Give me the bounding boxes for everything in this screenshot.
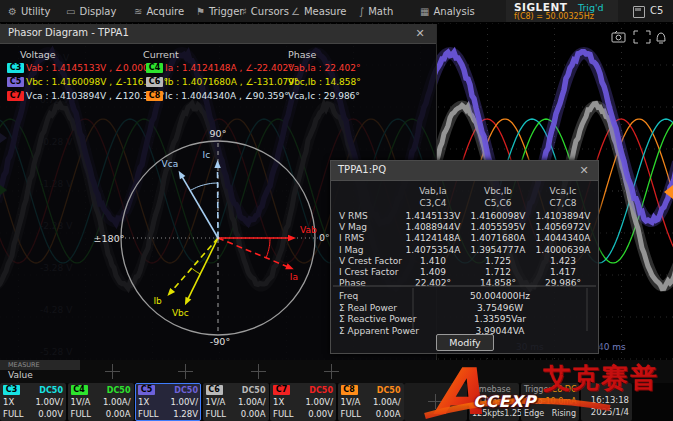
top-menu-bar: ⚙Utility▭Display≋Acquire⚑Trigger♯Cursors… [0, 0, 673, 23]
svg-text:1.712: 1.712 [485, 267, 511, 277]
coupling-label: DC50 [174, 386, 198, 395]
add-measure-slot[interactable] [324, 364, 339, 379]
coupling-label: DC50 [242, 386, 266, 395]
clock-box: 16:13:18 2025/1/4 [581, 383, 632, 421]
math-icon: ∫ [359, 6, 364, 17]
menu-item-cursors[interactable]: ♯Cursors [242, 0, 289, 22]
phasor-vector-Ia [218, 238, 288, 267]
svg-text:V RMS: V RMS [339, 211, 368, 221]
measure-value-label: Value [8, 370, 33, 380]
phasor-vector-Vca [182, 176, 218, 238]
channel-badge: C3 [3, 385, 20, 395]
plus-icon [428, 394, 443, 409]
add-measure-slot[interactable] [178, 364, 193, 379]
menu-label: Cursors [251, 6, 289, 17]
svg-text:Σ Real Power: Σ Real Power [339, 303, 397, 313]
channel-box-c8[interactable]: C8DC501V/A1.00A/FULL0.00A [338, 383, 404, 421]
svg-text:29.986°: 29.986° [545, 278, 581, 288]
add-measure-slot[interactable] [105, 364, 120, 379]
menu-item-math[interactable]: ∫Math [359, 0, 393, 22]
svg-text:1.4103894V: 1.4103894V [536, 211, 592, 221]
svg-text:Vbc,Ib: Vbc,Ib [484, 186, 512, 196]
oscilloscope-screen: 1.72 V0.72 V-0.28 V-1.28 V-2.28 V-3.28 V… [0, 0, 673, 421]
coupling-label: DC50 [377, 386, 401, 395]
fullscreen-icon [646, 31, 650, 35]
probe-label: 1V/A [71, 396, 91, 408]
menu-item-utility[interactable]: ⚙Utility [8, 0, 50, 22]
frequency-counter: f(C8) = 50.00325Hz [514, 12, 594, 21]
svg-text:1.4044340A: 1.4044340A [536, 233, 592, 243]
close-icon[interactable]: ✕ [412, 27, 428, 40]
scale-label: 1.00A/ [373, 396, 401, 408]
svg-text:1.725: 1.725 [485, 256, 511, 266]
svg-text:Σ Reactive Power: Σ Reactive Power [339, 314, 417, 324]
trigger-slope: Rising [552, 408, 576, 420]
phasor-panel-title: Phasor Diagram - TPPA1 [8, 27, 129, 38]
svg-text:Ib: Ib [153, 296, 162, 306]
probe-label: 1V/A [341, 396, 361, 408]
svg-text:C7,C8: C7,C8 [550, 198, 577, 208]
active-channel-label[interactable]: C5 [650, 5, 663, 16]
svg-text:1.33595Var: 1.33595Var [474, 314, 526, 324]
menu-label: Analysis [433, 6, 474, 17]
coupling-label: DC50 [107, 386, 131, 395]
svg-text:1.417: 1.417 [550, 267, 576, 277]
fullscreen-icon [634, 39, 638, 43]
channel-box-c5[interactable]: C5DC501X1.00V/FULL1.28V [135, 383, 201, 421]
menu-label: Math [368, 6, 393, 17]
cursors-icon: ♯ [242, 6, 247, 17]
svg-text:1.4160098V: 1.4160098V [471, 211, 527, 221]
bandwidth-label: FULL [138, 408, 159, 420]
add-channel-slot[interactable] [404, 383, 467, 421]
menu-item-measure[interactable]: ∠Measure [291, 0, 346, 22]
fullscreen-icon [646, 39, 650, 43]
camera-icon [612, 33, 625, 42]
bandwidth-label: FULL [71, 408, 92, 420]
fullscreen-icon [634, 31, 638, 35]
channel-badge: C5 [138, 385, 155, 395]
modify-button[interactable]: Modify [436, 334, 494, 351]
pq-table: Vab,IaVbc,IbVca,IcC3,C4C5,C6C7,C8V RMS1.… [331, 161, 598, 353]
date-label: 2025/1/4 [591, 406, 629, 418]
coupling-label: DC50 [39, 386, 63, 395]
trigger-type: Edge [524, 408, 544, 420]
trigger-box[interactable]: TriggerC8 DC Auto-10.0mA EdgeRising [521, 383, 579, 421]
menu-label: Measure [304, 6, 347, 17]
storage-icon[interactable] [633, 6, 645, 18]
bandwidth-label: FULL [3, 408, 24, 420]
timebase-scale: 10.0ms/div [471, 396, 516, 408]
svg-text:50.004000Hz: 50.004000Hz [470, 291, 530, 301]
bandwidth-label: FULL [341, 408, 362, 420]
timebase-points: 125kpts [472, 408, 504, 420]
svg-text:3.75496W: 3.75496W [477, 303, 523, 313]
svg-text:Σ Apparent Power: Σ Apparent Power [339, 326, 419, 336]
svg-text:22.402°: 22.402° [415, 278, 451, 288]
phase-angle-arc [266, 238, 270, 258]
bell-icon [657, 33, 665, 41]
timebase-box[interactable]: Timebase 10.0ms/div 125kpts1.25MSa/s [469, 383, 519, 421]
svg-text:V Crest Factor: V Crest Factor [339, 256, 402, 266]
menu-label: Acquire [146, 6, 184, 17]
channel-box-c7[interactable]: C7DC501X1.00V/FULL0.00V [270, 383, 336, 421]
scale-label: 1.00V/ [35, 396, 63, 408]
menu-item-acquire[interactable]: ≋Acquire [134, 0, 184, 22]
menu-item-display[interactable]: ▭Display [66, 0, 116, 22]
svg-text:1.4124148A: 1.4124148A [406, 233, 462, 243]
svg-text:0°: 0° [319, 232, 330, 243]
probe-label: 1X [273, 396, 284, 408]
svg-text:Phase: Phase [339, 278, 366, 288]
channel-box-c4[interactable]: C4DC501V/A1.00A/FULL0.00A [68, 383, 134, 421]
channel-box-c3[interactable]: C3DC501X1.00V/FULL0.00V [0, 383, 66, 421]
menu-item-trigger[interactable]: ⚑Trigger [196, 0, 243, 22]
pq-dialog: TPPA1:PQ ✕ Vab,IaVbc,IbVca,IcC3,C4C5,C6C… [330, 160, 599, 354]
trigger-flag-icon: ⚑ [196, 6, 205, 17]
phasor-vector-Ib [171, 238, 218, 292]
channel-box-c6[interactable]: C6DC501V/A1.00A/FULL0.00A [203, 383, 269, 421]
add-measure-slot[interactable] [251, 364, 266, 379]
svg-text:C3,C4: C3,C4 [420, 198, 447, 208]
svg-text:±180°: ±180° [94, 233, 125, 244]
menu-item-analysis[interactable]: ▦Analysis [420, 0, 475, 22]
menu-label: Utility [21, 6, 50, 17]
probe-label: 1V/A [206, 396, 226, 408]
svg-text:1.4000639A: 1.4000639A [536, 245, 592, 255]
